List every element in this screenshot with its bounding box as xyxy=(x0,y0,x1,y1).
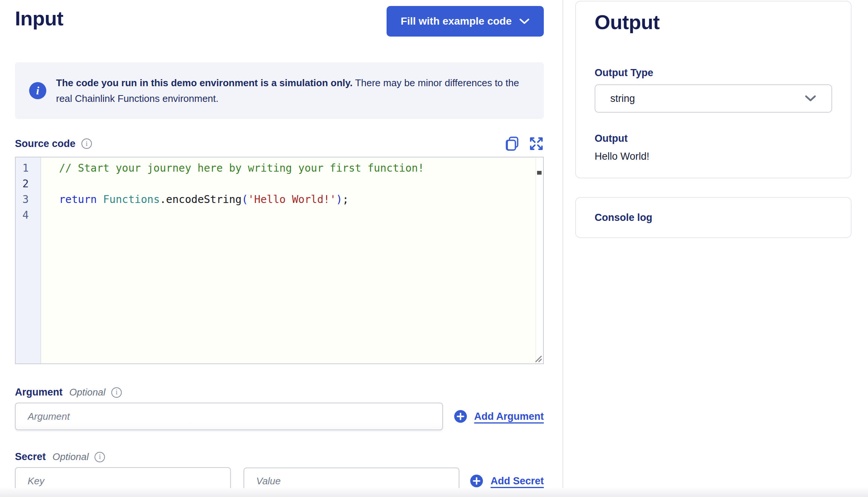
fill-with-example-code-button[interactable]: Fill with example code xyxy=(387,6,544,37)
fill-button-label: Fill with example code xyxy=(401,15,512,27)
line-number: 1 xyxy=(22,160,40,176)
input-header: Input Fill with example code xyxy=(15,6,544,37)
input-panel: Input Fill with example code i The code … xyxy=(15,0,544,495)
chevron-down-icon xyxy=(805,95,816,102)
output-type-value: string xyxy=(610,93,635,104)
code-line: return Functions.encodeString('Hello Wor… xyxy=(59,192,535,207)
add-secret-label: Add Secret xyxy=(490,475,544,487)
copy-code-button[interactable] xyxy=(505,136,520,151)
source-code-info-icon[interactable]: i xyxy=(81,138,92,149)
page-bottom-fade xyxy=(0,488,868,497)
argument-info-icon[interactable]: i xyxy=(111,387,122,398)
add-secret-button[interactable]: Add Secret xyxy=(470,475,544,487)
editor-scrollbar-track[interactable] xyxy=(536,157,543,363)
editor-resize-handle[interactable] xyxy=(533,354,542,363)
output-panel: Output Output Type string Output Hello W… xyxy=(575,1,852,238)
banner-bold-text: The code you run in this demo environmen… xyxy=(56,77,353,88)
functions-playground-page: Input Fill with example code i The code … xyxy=(0,0,868,497)
source-code-label: Source code xyxy=(15,138,75,150)
banner-text: The code you run in this demo environmen… xyxy=(56,75,530,106)
line-number: 4 xyxy=(22,207,40,223)
argument-optional-label: Optional xyxy=(69,387,106,398)
argument-input[interactable] xyxy=(15,403,443,430)
secret-info-icon[interactable]: i xyxy=(94,452,105,462)
code-line xyxy=(59,176,535,192)
code-line xyxy=(59,207,535,223)
editor-scrollbar-thumb[interactable] xyxy=(537,171,542,175)
output-type-select[interactable]: string xyxy=(595,84,832,113)
info-icon: i xyxy=(29,82,46,99)
editor-line-numbers: 1234 xyxy=(16,157,41,363)
argument-label-row: Argument Optional i xyxy=(15,387,544,398)
resize-handle-icon xyxy=(533,357,542,364)
argument-label: Argument xyxy=(15,387,63,398)
secret-label: Secret xyxy=(15,451,46,463)
input-title: Input xyxy=(15,6,63,31)
output-card: Output Output Type string Output Hello W… xyxy=(575,1,852,178)
argument-field-row: Add Argument xyxy=(15,403,544,430)
output-value-label: Output xyxy=(595,132,832,145)
chevron-down-icon xyxy=(519,15,530,27)
output-value: Hello World! xyxy=(595,150,832,163)
output-type-label: Output Type xyxy=(595,66,832,79)
line-number: 2 xyxy=(22,176,40,192)
source-code-header: Source code i xyxy=(15,136,544,151)
editor-code-area[interactable]: // Start your journey here by writing yo… xyxy=(42,157,535,363)
expand-icon xyxy=(529,147,544,152)
column-divider xyxy=(562,0,563,497)
secret-optional-label: Optional xyxy=(53,451,89,463)
add-argument-button[interactable]: Add Argument xyxy=(454,410,544,423)
expand-editor-button[interactable] xyxy=(529,136,544,151)
source-code-editor[interactable]: 1234 // Start your journey here by writi… xyxy=(15,157,544,364)
code-line: // Start your journey here by writing yo… xyxy=(59,160,535,176)
plus-icon xyxy=(470,475,483,487)
console-log-card: Console log xyxy=(575,197,852,238)
add-argument-label: Add Argument xyxy=(474,411,544,422)
plus-icon xyxy=(454,410,467,423)
console-log-label: Console log xyxy=(595,212,652,224)
line-number: 3 xyxy=(22,192,40,207)
source-code-actions xyxy=(505,136,544,151)
simulation-info-banner: i The code you run in this demo environm… xyxy=(15,62,544,119)
copy-icon xyxy=(505,147,520,153)
output-title: Output xyxy=(595,10,832,34)
secret-label-row: Secret Optional i xyxy=(15,451,544,463)
